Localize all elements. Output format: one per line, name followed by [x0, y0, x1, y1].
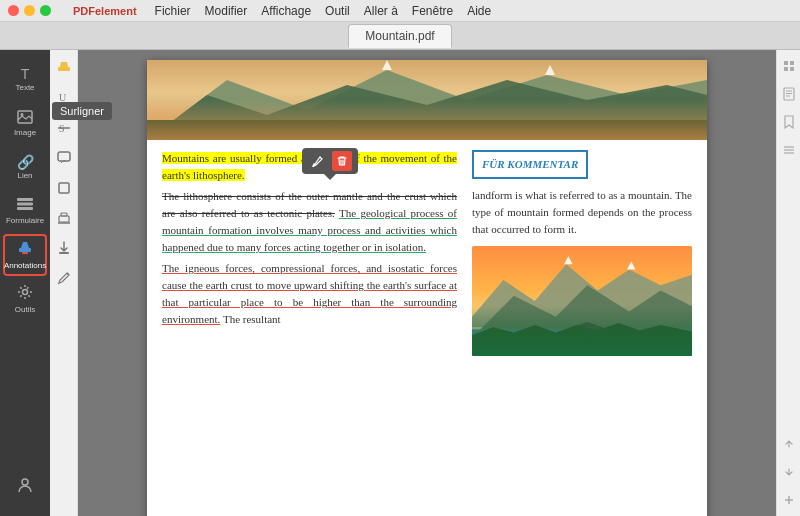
people-icon [16, 477, 34, 497]
svg-rect-22 [147, 60, 707, 140]
svg-marker-35 [472, 323, 692, 356]
tool-image[interactable]: Image [3, 102, 47, 144]
main-layout: Surligner T Texte Image 🔗 Lien Formulair… [0, 50, 800, 516]
svg-rect-16 [58, 152, 70, 161]
tool-annotations[interactable]: Annotations [3, 234, 47, 276]
paragraph-3: The igneous forces, compressional forces… [162, 260, 457, 328]
texte-icon: T [21, 66, 30, 82]
tool-lien[interactable]: 🔗 Lien [3, 146, 47, 188]
right-panel-bookmark[interactable] [781, 114, 797, 130]
tool-outils[interactable]: Outils [3, 278, 47, 320]
pdf-right-column: FÜR KOMMENTAR landform is what is referr… [472, 150, 692, 356]
formulaire-label: Formulaire [6, 217, 44, 225]
surligner-tooltip: Surligner [52, 102, 112, 120]
tool-people[interactable] [3, 466, 47, 508]
outils-icon [17, 284, 33, 304]
menu-fenetre[interactable]: Fenêtre [412, 4, 453, 18]
kommentar-label: FÜR KOMMENTAR [482, 158, 578, 170]
underline-red-text: The igneous forces, compressional forces… [162, 262, 457, 325]
lien-label: Lien [17, 172, 32, 180]
inline-delete-button[interactable] [332, 151, 352, 171]
svg-rect-38 [784, 67, 788, 71]
right-panel-arrow-down[interactable] [781, 464, 797, 480]
sub-tool-shape[interactable] [54, 178, 74, 198]
tab-mountain-pdf[interactable]: Mountain.pdf [348, 24, 451, 48]
menu-modifier[interactable]: Modifier [205, 4, 248, 18]
texte-label: Texte [15, 84, 34, 92]
tab-label: Mountain.pdf [365, 29, 434, 43]
sub-tool-attach[interactable] [54, 238, 74, 258]
right-panel-grid[interactable] [781, 58, 797, 74]
outils-label: Outils [15, 306, 35, 314]
svg-point-9 [22, 479, 28, 485]
maximize-button[interactable] [40, 5, 51, 16]
right-panel-arrow-up[interactable] [781, 436, 797, 452]
svg-rect-21 [59, 252, 69, 254]
svg-rect-4 [17, 207, 33, 210]
svg-rect-36 [784, 61, 788, 65]
lien-icon: 🔗 [17, 154, 34, 170]
right-panel-lines[interactable] [781, 142, 797, 158]
right-panel [776, 50, 800, 516]
sub-tool-draw[interactable] [54, 268, 74, 288]
right-text: landform is what is referred to as a mou… [472, 187, 692, 238]
image-label: Image [14, 129, 36, 137]
pdf-header-image [147, 60, 707, 140]
right-panel-page[interactable] [781, 86, 797, 102]
minimize-button[interactable] [24, 5, 35, 16]
pdf-page: Mountains are usually formed as a result… [147, 60, 707, 516]
svg-rect-39 [790, 67, 794, 71]
menu-affichage[interactable]: Affichage [261, 4, 311, 18]
inline-edit-button[interactable] [308, 151, 328, 171]
toolbar-arrow [324, 174, 336, 180]
sub-tool-comment[interactable] [54, 148, 74, 168]
tab-bar: Mountain.pdf [0, 22, 800, 50]
svg-marker-6 [21, 242, 29, 248]
formulaire-icon [16, 197, 34, 215]
svg-rect-10 [58, 67, 70, 71]
annotations-icon [16, 240, 34, 260]
window-controls [8, 5, 51, 16]
svg-rect-3 [17, 203, 33, 206]
svg-rect-17 [59, 183, 69, 193]
menu-aller-a[interactable]: Aller à [364, 4, 398, 18]
svg-rect-33 [472, 329, 692, 356]
paragraph-2: The lithosphere consists of the outer ma… [162, 188, 457, 256]
svg-marker-11 [60, 62, 68, 67]
svg-rect-19 [61, 213, 67, 216]
sub-tool-strikethrough[interactable]: S [54, 118, 74, 138]
text-resultant: The resultant [223, 313, 281, 325]
pdf-left-column: Mountains are usually formed as a result… [162, 150, 457, 356]
svg-rect-27 [147, 120, 707, 140]
inline-toolbar [302, 148, 358, 174]
svg-rect-5 [19, 248, 31, 252]
menu-outil[interactable]: Outil [325, 4, 350, 18]
annotations-label: Annotations [4, 262, 46, 270]
pdf-content: Mountains are usually formed as a result… [147, 140, 707, 366]
menu-bar: PDFelement Fichier Modifier Affichage Ou… [0, 0, 800, 22]
left-toolbar: Surligner T Texte Image 🔗 Lien Formulair… [0, 50, 50, 516]
svg-point-8 [23, 290, 28, 295]
tool-texte[interactable]: T Texte [3, 58, 47, 100]
close-button[interactable] [8, 5, 19, 16]
sub-tool-stamp[interactable] [54, 208, 74, 228]
svg-marker-34 [556, 322, 619, 332]
menu-aide[interactable]: Aide [467, 4, 491, 18]
app-logo: PDFelement [73, 5, 137, 17]
pdf-container[interactable]: Mountains are usually formed as a result… [78, 50, 776, 516]
right-panel-plus[interactable] [781, 492, 797, 508]
tool-formulaire[interactable]: Formulaire [3, 190, 47, 232]
svg-rect-7 [22, 252, 28, 254]
menu-fichier[interactable]: Fichier [155, 4, 191, 18]
image-icon [17, 110, 33, 127]
kommentar-box: FÜR KOMMENTAR [472, 150, 588, 179]
svg-rect-37 [790, 61, 794, 65]
mountain-image [472, 246, 692, 356]
svg-rect-18 [59, 216, 69, 222]
svg-rect-2 [17, 198, 33, 201]
sub-tool-highlight[interactable] [54, 58, 74, 78]
